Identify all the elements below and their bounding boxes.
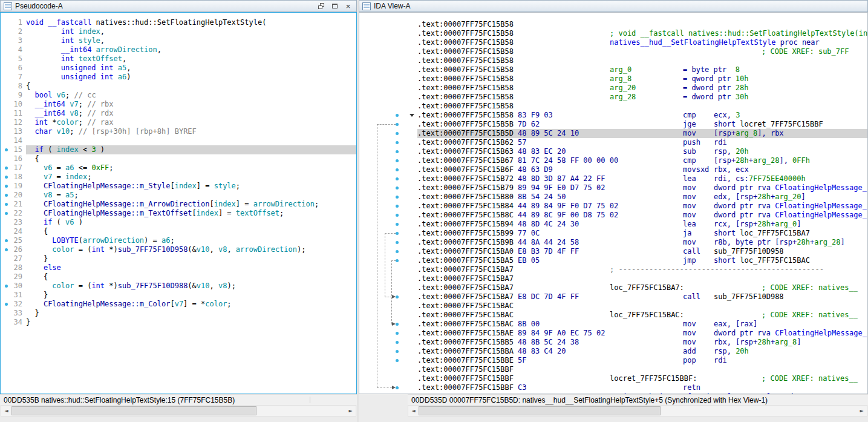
pseudocode-line[interactable]: 21 CFloatingHelpMessage::m_ArrowDirectio… — [1, 200, 356, 209]
address-marker-dot — [396, 168, 399, 171]
disasm-line[interactable]: .text:00007FF75FC15B58arg_20= dword ptr … — [359, 84, 867, 93]
line-number: 14 — [1, 136, 26, 145]
disasm-line[interactable]: .text:00007FF75FC15B58 — [359, 56, 867, 65]
disasm-line[interactable]: .text:00007FF75FC15BA7; ----------------… — [359, 265, 867, 274]
disasm-line[interactable]: .text:00007FF75FC15BAC8B 00moveax, [rax] — [359, 320, 867, 329]
pseudocode-line[interactable]: 34} — [1, 318, 356, 327]
pseudocode-line[interactable]: 12 int *color; // rax — [1, 118, 356, 127]
disasm-line[interactable]: .text:00007FF75FC15B58; void __fastcall … — [359, 29, 867, 38]
scroll-left-button[interactable]: ◄ — [408, 406, 419, 416]
disasm-line[interactable]: .text:00007FF75FC15B58 — [359, 102, 867, 111]
pseudocode-line[interactable]: 10 __int64 v7; // rbx — [1, 100, 356, 109]
pseudocode-line[interactable]: 7 unsigned int a6) — [1, 73, 356, 82]
disasm-line[interactable]: .text:00007FF75FC15B6348 83 EC 20subrsp,… — [359, 147, 867, 156]
pseudocode-line[interactable]: 22 CFloatingHelpMessage::m_TextOffset[in… — [1, 209, 356, 218]
pseudocode-line[interactable]: 26 color = (int *)sub_7FF75F10D958(&v10,… — [1, 245, 356, 254]
disasm-line[interactable]: .text:00007FF75FC15BBF — [359, 365, 867, 374]
disasm-line[interactable]: .text:00007FF75FC15B6F48 63 D9movsxdrbx,… — [359, 165, 867, 174]
disasm-line[interactable]: .text:00007FF75FC15BBA48 83 C4 20addrsp,… — [359, 347, 867, 356]
disasm-line[interactable]: .text:00007FF75FC15B58 — [359, 20, 867, 29]
ida-view-status-text: 00DD535D 00007FF75FC15B5D: natives__hud_… — [411, 396, 768, 404]
scroll-thumb[interactable] — [419, 406, 661, 415]
disasm-line[interactable]: .text:00007FF75FC15B7989 94 9F E0 D7 75 … — [359, 183, 867, 193]
address-marker-dot — [5, 166, 8, 170]
disasm-line[interactable]: .text:00007FF75FC15BBFlocret_7FF75FC15BB… — [359, 374, 867, 383]
disasm-line[interactable]: .text:00007FF75FC15B5883 F9 03cmpecx, 3 — [359, 111, 867, 120]
pseudocode-line[interactable]: 4 __int64 arrowDirection, — [1, 45, 356, 54]
status-divider — [766, 397, 766, 403]
disasm-line[interactable]: .text:00007FF75FC15B9977 0Cjashort loc_7… — [359, 229, 867, 238]
disassembly-listing[interactable]: .text:00007FF75FC15B58.text:00007FF75FC1… — [359, 12, 868, 394]
disasm-line[interactable]: .text:00007FF75FC15BA7loc_7FF75FC15BA7:;… — [359, 283, 867, 292]
disasm-line[interactable]: .text:00007FF75FC15B7248 8D 3D 87 A4 22 … — [359, 174, 867, 183]
pseudocode-line[interactable]: 19 CFloatingHelpMessage::m_Style[index] … — [1, 182, 356, 191]
pseudocode-line[interactable]: 14 — [1, 136, 356, 145]
pseudocode-titlebar[interactable]: Pseudocode-A × — [0, 0, 357, 12]
disasm-line[interactable]: .text:00007FF75FC15BACloc_7FF75FC15BAC:;… — [359, 311, 867, 320]
pseudocode-line[interactable]: 15 if ( index < 3 ) — [1, 145, 356, 154]
pseudocode-line[interactable]: 13 char v10; // [rsp+30h] [rbp+8h] BYREF — [1, 127, 356, 136]
disasm-line[interactable]: .text:00007FF75FC15B6781 7C 24 58 FF 00 … — [359, 156, 867, 165]
disasm-line[interactable]: .text:00007FF75FC15B5B7D 62jgeshort locr… — [359, 120, 867, 129]
disasm-line[interactable]: .text:00007FF75FC15B808B 54 24 50movedx,… — [359, 193, 867, 202]
disasm-line[interactable]: .text:00007FF75FC15B8C44 89 8C 9F 00 D8 … — [359, 211, 867, 220]
disasm-line[interactable]: .text:00007FF75FC15BAE89 84 9F A0 EC 75 … — [359, 329, 867, 338]
pseudocode-line[interactable]: 2 int index, — [1, 27, 356, 36]
scroll-right-button[interactable]: ► — [345, 406, 356, 416]
pseudocode-line[interactable]: 31 } — [1, 291, 356, 300]
disasm-line[interactable]: .text:00007FF75FC15BA7 — [359, 274, 867, 283]
disasm-line[interactable]: .text:00007FF75FC15B58arg_28= dword ptr … — [359, 93, 867, 102]
disasm-line[interactable]: .text:00007FF75FC15B5D48 89 5C 24 10mov[… — [359, 129, 867, 138]
disasm-line[interactable]: .text:00007FF75FC15BB548 8B 5C 24 38movr… — [359, 338, 867, 347]
pseudocode-line[interactable]: 29 { — [1, 272, 356, 282]
pseudocode-line[interactable]: 5 int textOffset, — [1, 54, 356, 64]
disasm-line[interactable]: .text:00007FF75FC15BAC — [359, 302, 867, 311]
pseudocode-line[interactable]: 6 unsigned int a5, — [1, 64, 356, 73]
maximize-window-button[interactable] — [330, 2, 340, 11]
pseudocode-listing[interactable]: 1void __fastcall natives::hud::SetFloati… — [0, 12, 357, 394]
scroll-right-button[interactable]: ► — [857, 406, 867, 416]
pseudocode-line[interactable]: 25 LOBYTE(arrowDirection) = a6; — [1, 236, 356, 245]
pseudocode-line[interactable]: 8{ — [1, 82, 356, 91]
pseudocode-line[interactable]: 28 else — [1, 263, 356, 272]
disasm-line[interactable]: .text:00007FF75FC15BA7E8 DC 7D 4F FFcall… — [359, 292, 867, 302]
pseudocode-line[interactable]: 32 CFloatingHelpMessage::m_Color[v7] = *… — [1, 300, 356, 309]
address-marker-dot — [396, 186, 399, 190]
close-window-button[interactable]: × — [343, 2, 353, 11]
pseudocode-line[interactable]: 20 v8 = a5; — [1, 191, 356, 200]
disasm-line[interactable]: .text:00007FF75FC15B58arg_0= byte ptr 8 — [359, 65, 867, 74]
restore-window-button[interactable] — [316, 2, 327, 11]
disasm-line[interactable]: .text:00007FF75FC15B58arg_8= qword ptr 1… — [359, 74, 867, 84]
disasm-line[interactable]: .text:00007FF75FC15B58; CODE XREF: sub_7… — [359, 47, 867, 56]
scroll-thumb[interactable] — [11, 406, 256, 415]
disasm-line[interactable]: .text:00007FF75FC15BBFC3retn — [359, 383, 867, 392]
scroll-left-button[interactable]: ◄ — [1, 406, 11, 416]
ida-view-hscrollbar[interactable]: ◄ ► — [408, 405, 867, 417]
address-marker-dot — [396, 250, 399, 253]
pseudocode-line[interactable]: 30 color = (int *)sub_7FF75F10D988(&v10,… — [1, 282, 356, 291]
pseudocode-line[interactable]: 17 v6 = a6 <= 0xFF; — [1, 163, 356, 173]
pseudocode-line[interactable]: 11 __int64 v8; // rdx — [1, 109, 356, 118]
pseudocode-line[interactable]: 3 int style, — [1, 36, 356, 45]
pseudocode-line[interactable]: 9 bool v6; // cc — [1, 91, 356, 100]
pseudocode-line[interactable]: 18 v7 = index; — [1, 173, 356, 182]
disasm-line[interactable]: .text:00007FF75FC15BA0E8 B3 7D 4F FFcall… — [359, 247, 867, 256]
disasm-line[interactable]: .text:00007FF75FC15BBE5Fpoprdi — [359, 356, 867, 365]
address-marker-dot — [396, 241, 399, 244]
disasm-line[interactable]: .text:00007FF75FC15B8444 89 84 9F F0 D7 … — [359, 202, 867, 211]
pseudocode-line[interactable]: 33 } — [1, 309, 356, 318]
disasm-line[interactable]: .text:00007FF75FC15B9B44 8A 44 24 58movr… — [359, 238, 867, 247]
disasm-line[interactable]: .text:00007FF75FC15B58natives__hud__SetF… — [359, 38, 867, 47]
disasm-line[interactable]: .text:00007FF75FC15B9448 8D 4C 24 30lear… — [359, 220, 867, 229]
disasm-line[interactable]: .text:00007FF75FC15BA5EB 05jmpshort loc_… — [359, 256, 867, 265]
pseudocode-line[interactable]: 16 { — [1, 154, 356, 163]
pseudocode-line[interactable]: 27 } — [1, 254, 356, 263]
pseudocode-line[interactable]: 24 { — [1, 227, 356, 236]
disassembly-rows: .text:00007FF75FC15B58.text:00007FF75FC1… — [359, 13, 867, 394]
disasm-line[interactable]: .text:00007FF75FC15B6257pushrdi — [359, 138, 867, 147]
scroll-left-icon: ◄ — [411, 408, 415, 414]
pseudocode-hscrollbar[interactable]: ◄ ► — [1, 405, 356, 417]
pseudocode-line[interactable]: 1void __fastcall natives::hud::SetFloati… — [1, 18, 356, 27]
pseudocode-line[interactable]: 23 if ( v6 ) — [1, 218, 356, 227]
ida-view-titlebar[interactable]: IDA View-A — [359, 0, 868, 12]
